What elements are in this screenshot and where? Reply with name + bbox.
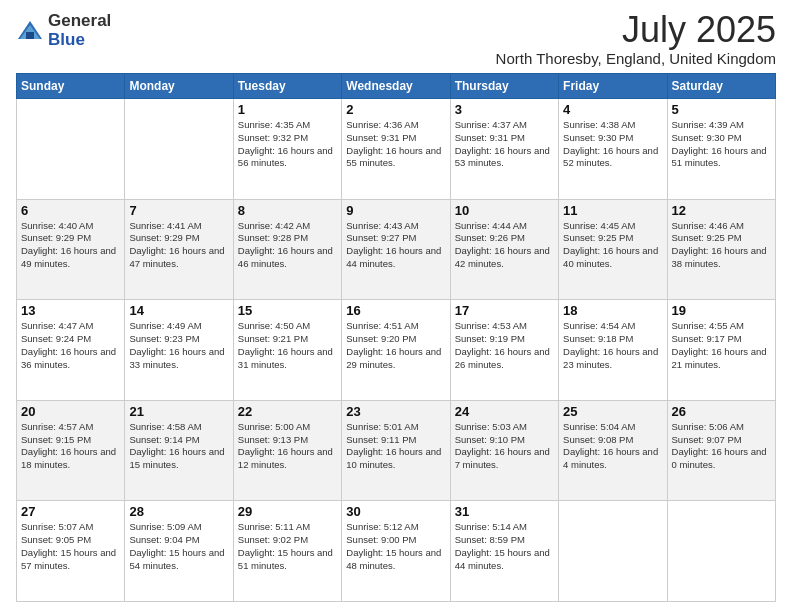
month-title: July 2025 <box>496 12 776 48</box>
calendar-cell: 3Sunrise: 4:37 AM Sunset: 9:31 PM Daylig… <box>450 99 558 200</box>
day-number: 23 <box>346 404 445 419</box>
day-info: Sunrise: 5:07 AM Sunset: 9:05 PM Dayligh… <box>21 521 120 572</box>
calendar-cell: 19Sunrise: 4:55 AM Sunset: 9:17 PM Dayli… <box>667 300 775 401</box>
day-number: 12 <box>672 203 771 218</box>
day-info: Sunrise: 4:51 AM Sunset: 9:20 PM Dayligh… <box>346 320 445 371</box>
calendar-cell: 16Sunrise: 4:51 AM Sunset: 9:20 PM Dayli… <box>342 300 450 401</box>
calendar-cell: 26Sunrise: 5:06 AM Sunset: 9:07 PM Dayli… <box>667 400 775 501</box>
calendar-header-thursday: Thursday <box>450 74 558 99</box>
day-number: 4 <box>563 102 662 117</box>
day-number: 29 <box>238 504 337 519</box>
day-info: Sunrise: 5:09 AM Sunset: 9:04 PM Dayligh… <box>129 521 228 572</box>
day-number: 2 <box>346 102 445 117</box>
calendar-week-5: 27Sunrise: 5:07 AM Sunset: 9:05 PM Dayli… <box>17 501 776 602</box>
day-number: 17 <box>455 303 554 318</box>
day-number: 7 <box>129 203 228 218</box>
day-info: Sunrise: 4:43 AM Sunset: 9:27 PM Dayligh… <box>346 220 445 271</box>
calendar-cell: 12Sunrise: 4:46 AM Sunset: 9:25 PM Dayli… <box>667 199 775 300</box>
day-info: Sunrise: 4:42 AM Sunset: 9:28 PM Dayligh… <box>238 220 337 271</box>
day-info: Sunrise: 4:39 AM Sunset: 9:30 PM Dayligh… <box>672 119 771 170</box>
day-info: Sunrise: 4:53 AM Sunset: 9:19 PM Dayligh… <box>455 320 554 371</box>
day-number: 31 <box>455 504 554 519</box>
day-number: 16 <box>346 303 445 318</box>
calendar-week-3: 13Sunrise: 4:47 AM Sunset: 9:24 PM Dayli… <box>17 300 776 401</box>
calendar-cell: 4Sunrise: 4:38 AM Sunset: 9:30 PM Daylig… <box>559 99 667 200</box>
calendar-header-saturday: Saturday <box>667 74 775 99</box>
day-info: Sunrise: 4:47 AM Sunset: 9:24 PM Dayligh… <box>21 320 120 371</box>
day-info: Sunrise: 4:55 AM Sunset: 9:17 PM Dayligh… <box>672 320 771 371</box>
day-number: 20 <box>21 404 120 419</box>
logo-icon <box>16 17 44 45</box>
calendar-cell: 5Sunrise: 4:39 AM Sunset: 9:30 PM Daylig… <box>667 99 775 200</box>
day-number: 9 <box>346 203 445 218</box>
calendar-cell: 15Sunrise: 4:50 AM Sunset: 9:21 PM Dayli… <box>233 300 341 401</box>
calendar-cell: 11Sunrise: 4:45 AM Sunset: 9:25 PM Dayli… <box>559 199 667 300</box>
day-info: Sunrise: 5:00 AM Sunset: 9:13 PM Dayligh… <box>238 421 337 472</box>
day-info: Sunrise: 4:36 AM Sunset: 9:31 PM Dayligh… <box>346 119 445 170</box>
calendar-cell: 31Sunrise: 5:14 AM Sunset: 8:59 PM Dayli… <box>450 501 558 602</box>
day-info: Sunrise: 4:50 AM Sunset: 9:21 PM Dayligh… <box>238 320 337 371</box>
day-number: 26 <box>672 404 771 419</box>
day-number: 1 <box>238 102 337 117</box>
day-number: 28 <box>129 504 228 519</box>
calendar-cell: 23Sunrise: 5:01 AM Sunset: 9:11 PM Dayli… <box>342 400 450 501</box>
day-info: Sunrise: 4:40 AM Sunset: 9:29 PM Dayligh… <box>21 220 120 271</box>
calendar-cell: 2Sunrise: 4:36 AM Sunset: 9:31 PM Daylig… <box>342 99 450 200</box>
day-info: Sunrise: 4:38 AM Sunset: 9:30 PM Dayligh… <box>563 119 662 170</box>
calendar-cell: 9Sunrise: 4:43 AM Sunset: 9:27 PM Daylig… <box>342 199 450 300</box>
day-info: Sunrise: 5:14 AM Sunset: 8:59 PM Dayligh… <box>455 521 554 572</box>
calendar-cell: 17Sunrise: 4:53 AM Sunset: 9:19 PM Dayli… <box>450 300 558 401</box>
day-number: 13 <box>21 303 120 318</box>
day-info: Sunrise: 4:45 AM Sunset: 9:25 PM Dayligh… <box>563 220 662 271</box>
calendar-cell <box>17 99 125 200</box>
day-number: 25 <box>563 404 662 419</box>
day-info: Sunrise: 4:41 AM Sunset: 9:29 PM Dayligh… <box>129 220 228 271</box>
calendar-cell <box>667 501 775 602</box>
calendar-cell <box>125 99 233 200</box>
day-info: Sunrise: 5:01 AM Sunset: 9:11 PM Dayligh… <box>346 421 445 472</box>
day-number: 8 <box>238 203 337 218</box>
day-info: Sunrise: 4:35 AM Sunset: 9:32 PM Dayligh… <box>238 119 337 170</box>
logo-blue-text: Blue <box>48 31 111 50</box>
calendar-cell: 25Sunrise: 5:04 AM Sunset: 9:08 PM Dayli… <box>559 400 667 501</box>
day-info: Sunrise: 4:37 AM Sunset: 9:31 PM Dayligh… <box>455 119 554 170</box>
day-number: 10 <box>455 203 554 218</box>
calendar-cell: 22Sunrise: 5:00 AM Sunset: 9:13 PM Dayli… <box>233 400 341 501</box>
calendar-cell: 20Sunrise: 4:57 AM Sunset: 9:15 PM Dayli… <box>17 400 125 501</box>
day-number: 11 <box>563 203 662 218</box>
calendar-week-2: 6Sunrise: 4:40 AM Sunset: 9:29 PM Daylig… <box>17 199 776 300</box>
calendar-header-wednesday: Wednesday <box>342 74 450 99</box>
logo-general-text: General <box>48 12 111 31</box>
calendar-header-row: SundayMondayTuesdayWednesdayThursdayFrid… <box>17 74 776 99</box>
day-info: Sunrise: 4:54 AM Sunset: 9:18 PM Dayligh… <box>563 320 662 371</box>
day-info: Sunrise: 5:11 AM Sunset: 9:02 PM Dayligh… <box>238 521 337 572</box>
calendar-cell: 18Sunrise: 4:54 AM Sunset: 9:18 PM Dayli… <box>559 300 667 401</box>
svg-rect-2 <box>26 32 34 39</box>
calendar-cell: 14Sunrise: 4:49 AM Sunset: 9:23 PM Dayli… <box>125 300 233 401</box>
day-number: 18 <box>563 303 662 318</box>
day-number: 24 <box>455 404 554 419</box>
day-info: Sunrise: 5:12 AM Sunset: 9:00 PM Dayligh… <box>346 521 445 572</box>
calendar-cell: 30Sunrise: 5:12 AM Sunset: 9:00 PM Dayli… <box>342 501 450 602</box>
calendar-header-monday: Monday <box>125 74 233 99</box>
day-number: 15 <box>238 303 337 318</box>
day-number: 3 <box>455 102 554 117</box>
day-info: Sunrise: 5:04 AM Sunset: 9:08 PM Dayligh… <box>563 421 662 472</box>
calendar-header-sunday: Sunday <box>17 74 125 99</box>
calendar-header-friday: Friday <box>559 74 667 99</box>
logo: General Blue <box>16 12 111 49</box>
calendar-cell <box>559 501 667 602</box>
calendar-cell: 28Sunrise: 5:09 AM Sunset: 9:04 PM Dayli… <box>125 501 233 602</box>
page: General Blue July 2025 North Thoresby, E… <box>0 0 792 612</box>
calendar-cell: 29Sunrise: 5:11 AM Sunset: 9:02 PM Dayli… <box>233 501 341 602</box>
calendar-cell: 13Sunrise: 4:47 AM Sunset: 9:24 PM Dayli… <box>17 300 125 401</box>
day-number: 14 <box>129 303 228 318</box>
day-number: 19 <box>672 303 771 318</box>
calendar-cell: 24Sunrise: 5:03 AM Sunset: 9:10 PM Dayli… <box>450 400 558 501</box>
day-number: 22 <box>238 404 337 419</box>
day-info: Sunrise: 4:44 AM Sunset: 9:26 PM Dayligh… <box>455 220 554 271</box>
calendar-week-1: 1Sunrise: 4:35 AM Sunset: 9:32 PM Daylig… <box>17 99 776 200</box>
calendar-cell: 7Sunrise: 4:41 AM Sunset: 9:29 PM Daylig… <box>125 199 233 300</box>
calendar-cell: 27Sunrise: 5:07 AM Sunset: 9:05 PM Dayli… <box>17 501 125 602</box>
day-number: 5 <box>672 102 771 117</box>
